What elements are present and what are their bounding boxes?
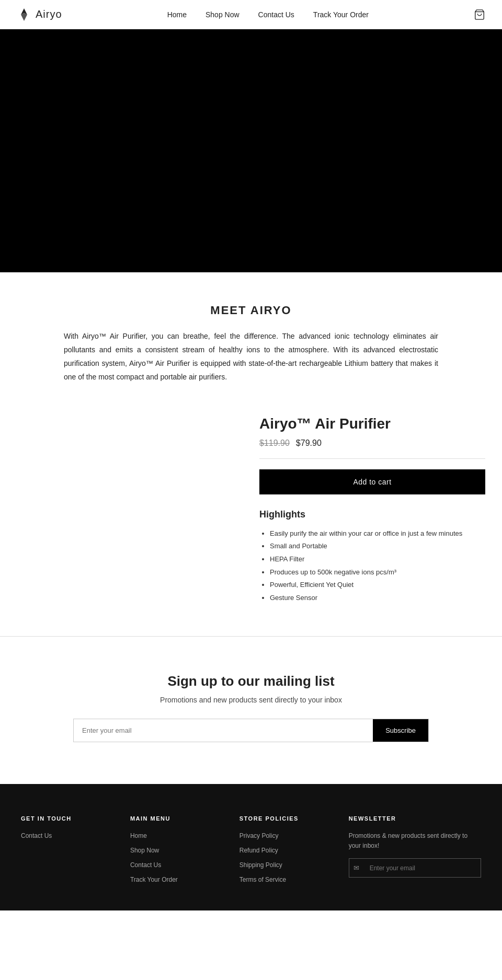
meet-description: With Airyo™ Air Purifier, you can breath… — [64, 330, 438, 384]
product-image — [17, 416, 243, 593]
highlights-list: Easily purify the air within your car or… — [259, 527, 485, 605]
footer-link-contact[interactable]: Contact Us — [130, 860, 219, 870]
add-to-cart-button[interactable]: Add to cart — [259, 469, 485, 494]
footer-link-contact[interactable]: Contact Us — [21, 831, 109, 840]
mailing-subtitle: Promotions and new products sent directl… — [17, 696, 485, 704]
footer-link-shipping[interactable]: Shipping Policy — [239, 860, 328, 870]
meet-section: MEET AIRYO With Airyo™ Air Purifier, you… — [47, 272, 455, 405]
footer-link-refund[interactable]: Refund Policy — [239, 846, 328, 855]
nav-home[interactable]: Home — [167, 10, 187, 19]
footer-email-form: ✉ — [349, 858, 481, 878]
logo-icon — [17, 7, 31, 22]
footer-col-policies: STORE POLICIES Privacy Policy Refund Pol… — [239, 815, 328, 890]
highlight-item: HEPA Filter — [270, 553, 485, 566]
nav-track-order[interactable]: Track Your Order — [313, 10, 369, 19]
highlights-title: Highlights — [259, 509, 485, 520]
product-title: Airyo™ Air Purifier — [259, 416, 485, 432]
highlight-item: Easily purify the air within your car or… — [270, 527, 485, 540]
cart-button[interactable] — [474, 9, 485, 20]
meet-title: MEET AIRYO — [64, 304, 438, 317]
main-nav: Home Shop Now Contact Us Track Your Orde… — [167, 10, 369, 19]
footer-col-title-policies: STORE POLICIES — [239, 815, 328, 822]
nav-shop-now[interactable]: Shop Now — [206, 10, 239, 19]
price-sale: $79.90 — [296, 439, 322, 448]
logo-text: Airyo — [36, 8, 62, 20]
footer-col-title-newsletter: NEWSLETTER — [349, 815, 481, 822]
logo[interactable]: Airyo — [17, 7, 62, 22]
footer-link-shop[interactable]: Shop Now — [130, 846, 219, 855]
highlight-item: Powerful, Efficient Yet Quiet — [270, 579, 485, 592]
email-input[interactable] — [74, 719, 373, 742]
hero-section — [0, 29, 502, 272]
product-section: Airyo™ Air Purifier $119.90 $79.90 Add t… — [0, 405, 502, 636]
footer-link-home[interactable]: Home — [130, 831, 219, 840]
footer-link-privacy[interactable]: Privacy Policy — [239, 831, 328, 840]
footer-email-icon: ✉ — [349, 859, 363, 877]
footer-link-terms[interactable]: Terms of Service — [239, 875, 328, 884]
subscribe-button[interactable]: Subscribe — [373, 719, 428, 742]
highlight-item: Small and Portable — [270, 540, 485, 553]
footer-grid: GET IN TOUCH Contact Us MAIN MENU Home S… — [21, 815, 481, 890]
product-divider — [259, 458, 485, 459]
highlight-item: Produces up to 500k negative ions pcs/m³ — [270, 566, 485, 579]
mailing-title: Sign up to our mailing list — [17, 673, 485, 689]
mailing-section: Sign up to our mailing list Promotions a… — [0, 637, 502, 784]
nav-contact-us[interactable]: Contact Us — [258, 10, 294, 19]
email-form: Subscribe — [73, 719, 429, 742]
footer-col-contact: GET IN TOUCH Contact Us — [21, 815, 109, 890]
product-info: Airyo™ Air Purifier $119.90 $79.90 Add t… — [259, 416, 485, 605]
footer-link-track[interactable]: Track Your Order — [130, 875, 219, 884]
footer-col-title-menu: MAIN MENU — [130, 815, 219, 822]
price-original: $119.90 — [259, 439, 290, 448]
footer-col-newsletter: NEWSLETTER Promotions & new products sen… — [349, 815, 481, 890]
site-header: Airyo Home Shop Now Contact Us Track You… — [0, 0, 502, 29]
cart-icon — [474, 9, 485, 20]
price-area: $119.90 $79.90 — [259, 439, 485, 448]
highlight-item: Gesture Sensor — [270, 592, 485, 605]
svg-marker-1 — [21, 13, 27, 21]
footer-col-menu: MAIN MENU Home Shop Now Contact Us Track… — [130, 815, 219, 890]
footer-col-title-contact: GET IN TOUCH — [21, 815, 109, 822]
site-footer: GET IN TOUCH Contact Us MAIN MENU Home S… — [0, 784, 502, 910]
footer-email-input[interactable] — [363, 859, 481, 877]
footer-newsletter-text: Promotions & new products sent directly … — [349, 831, 481, 851]
